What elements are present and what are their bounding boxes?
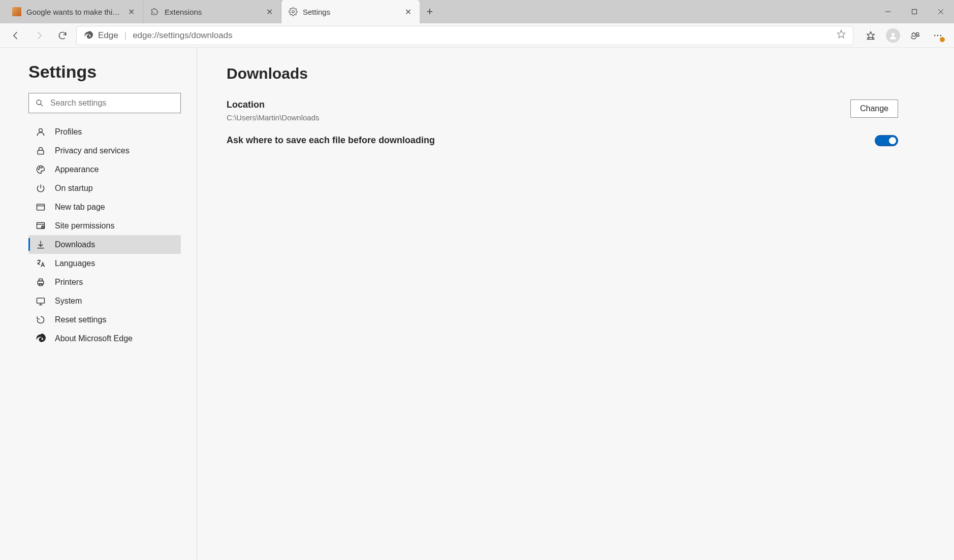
- nav-label: System: [55, 297, 82, 306]
- search-settings-box[interactable]: [28, 93, 181, 113]
- svg-rect-23: [37, 204, 45, 210]
- nav-languages[interactable]: Languages: [28, 254, 181, 273]
- language-icon: [36, 258, 46, 269]
- feedback-button[interactable]: [905, 26, 926, 45]
- svg-point-10: [892, 32, 895, 36]
- setting-location: Location C:\Users\Martin\Downloads Chang…: [227, 100, 898, 122]
- close-icon[interactable]: ✕: [127, 6, 136, 18]
- new-tab-button[interactable]: +: [420, 0, 440, 23]
- location-label: Location: [227, 100, 320, 110]
- avatar-icon: [886, 28, 900, 43]
- svg-point-11: [912, 33, 915, 37]
- window-controls: [875, 0, 954, 23]
- edge-icon: [84, 31, 93, 40]
- content-area: Settings Profiles Privacy and services A…: [0, 48, 954, 560]
- svg-point-22: [41, 167, 42, 168]
- address-scheme: Edge: [84, 30, 118, 41]
- change-location-button[interactable]: Change: [850, 100, 898, 118]
- setting-ask-save: Ask where to save each file before downl…: [227, 135, 898, 146]
- nav-label: About Microsoft Edge: [55, 334, 133, 343]
- nav-system[interactable]: System: [28, 291, 181, 310]
- notification-dot-icon: [940, 37, 945, 42]
- power-icon: [36, 183, 46, 193]
- nav-about[interactable]: About Microsoft Edge: [28, 329, 181, 348]
- nav-label: Site permissions: [55, 221, 114, 230]
- svg-rect-31: [38, 281, 44, 284]
- search-settings-input[interactable]: [50, 98, 174, 108]
- close-icon[interactable]: ✕: [404, 6, 412, 18]
- sidebar-title: Settings: [28, 62, 182, 82]
- nav-label: Languages: [55, 259, 95, 268]
- nav-printers[interactable]: Printers: [28, 273, 181, 291]
- titlebar: Google wants to make third-par ✕ Extensi…: [0, 0, 954, 23]
- nav-profiles[interactable]: Profiles: [28, 122, 181, 141]
- svg-point-0: [292, 11, 295, 13]
- printer-icon: [36, 277, 46, 287]
- svg-point-20: [38, 169, 39, 170]
- tab-strip: Google wants to make third-par ✕ Extensi…: [0, 0, 875, 23]
- palette-icon: [36, 164, 46, 175]
- close-window-button[interactable]: [928, 0, 954, 23]
- nav-startup[interactable]: On startup: [28, 179, 181, 197]
- maximize-button[interactable]: [901, 0, 928, 23]
- svg-line-17: [41, 104, 43, 106]
- nav-site-permissions[interactable]: Site permissions: [28, 216, 181, 235]
- download-icon: [36, 240, 46, 250]
- refresh-button[interactable]: [53, 26, 72, 45]
- svg-rect-26: [37, 222, 45, 228]
- nav-downloads[interactable]: Downloads: [28, 235, 181, 254]
- svg-rect-19: [38, 150, 44, 154]
- ask-save-toggle[interactable]: [875, 135, 898, 146]
- svg-point-18: [39, 128, 43, 132]
- address-bar[interactable]: Edge | edge://settings/downloads: [76, 26, 853, 45]
- forward-button[interactable]: [29, 26, 49, 45]
- minimize-button[interactable]: [875, 0, 901, 23]
- favorite-star-icon[interactable]: [837, 29, 846, 41]
- toolbar-right: [857, 26, 948, 45]
- scheme-label: Edge: [98, 30, 118, 41]
- nav-newtab[interactable]: New tab page: [28, 197, 181, 216]
- favorites-button[interactable]: [861, 26, 881, 45]
- nav-label: Profiles: [55, 127, 82, 137]
- gear-icon: [289, 7, 298, 16]
- location-path: C:\Users\Martin\Downloads: [227, 113, 320, 122]
- search-icon: [35, 98, 44, 108]
- svg-point-15: [940, 35, 942, 36]
- back-button[interactable]: [6, 26, 25, 45]
- nav-label: Privacy and services: [55, 146, 130, 155]
- nav-label: Downloads: [55, 240, 95, 249]
- svg-rect-34: [37, 298, 45, 303]
- more-button[interactable]: [928, 26, 948, 45]
- nav-label: New tab page: [55, 203, 105, 212]
- browser-toolbar: Edge | edge://settings/downloads: [0, 23, 954, 48]
- profile-button[interactable]: [883, 26, 903, 45]
- tab-title: Extensions: [165, 8, 260, 16]
- tab-extensions[interactable]: Extensions ✕: [143, 0, 281, 23]
- nav-label: Printers: [55, 278, 83, 287]
- nav-reset[interactable]: Reset settings: [28, 310, 181, 329]
- address-divider: |: [124, 30, 126, 41]
- newtab-icon: [36, 202, 46, 212]
- ghacks-favicon-icon: [12, 7, 21, 16]
- svg-rect-32: [39, 279, 43, 281]
- close-icon[interactable]: ✕: [265, 6, 274, 18]
- permissions-icon: [36, 221, 46, 231]
- tab-settings[interactable]: Settings ✕: [281, 0, 420, 23]
- nav-appearance[interactable]: Appearance: [28, 160, 181, 179]
- svg-point-12: [916, 32, 919, 35]
- nav-label: Reset settings: [55, 315, 106, 324]
- nav-label: On startup: [55, 184, 93, 193]
- settings-nav: Profiles Privacy and services Appearance…: [28, 122, 181, 348]
- nav-privacy[interactable]: Privacy and services: [28, 141, 181, 160]
- edge-about-icon: [36, 334, 46, 344]
- svg-rect-2: [912, 10, 917, 14]
- svg-point-13: [934, 35, 936, 36]
- settings-sidebar: Settings Profiles Privacy and services A…: [0, 48, 197, 560]
- ask-save-label: Ask where to save each file before downl…: [227, 135, 435, 146]
- lock-icon: [36, 146, 46, 156]
- system-icon: [36, 296, 46, 306]
- tab-title: Settings: [303, 8, 399, 16]
- tab-ghacks[interactable]: Google wants to make third-par ✕: [5, 0, 143, 23]
- svg-point-21: [40, 167, 41, 168]
- extension-icon: [150, 7, 160, 16]
